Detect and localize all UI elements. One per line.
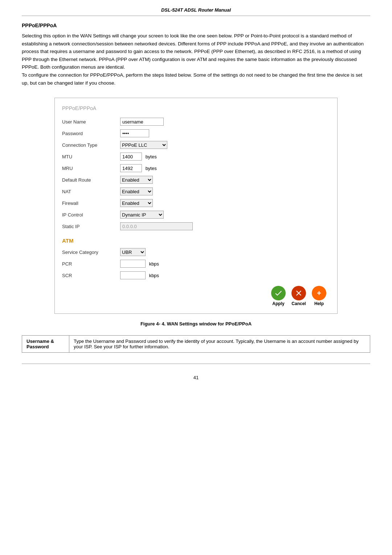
mru-unit: bytes <box>146 166 157 171</box>
apply-label: Apply <box>272 301 284 306</box>
username-row: User Name <box>62 118 326 126</box>
nat-row: NAT Enabled Disabled <box>62 187 326 195</box>
connection-type-control: PPPoE LLC PPPoE VC-Mux PPPoA LLC PPPoA V… <box>120 141 167 149</box>
page-number: 41 <box>22 375 370 380</box>
connection-type-row: Connection Type PPPoE LLC PPPoE VC-Mux P… <box>62 141 326 149</box>
scr-control: kbps <box>120 271 159 279</box>
scr-label: SCR <box>62 273 120 278</box>
firewall-select[interactable]: Enabled Disabled <box>120 199 153 207</box>
info-table-row: Username &Password Type the Username and… <box>22 336 370 353</box>
help-group: + Help <box>312 286 326 306</box>
ip-control-select[interactable]: Dynamic IP Static IP <box>120 211 164 219</box>
info-col2: Type the Username and Password used to v… <box>69 336 370 353</box>
mru-row: MRU bytes <box>62 164 326 172</box>
connection-type-select[interactable]: PPPoE LLC PPPoE VC-Mux PPPoA LLC PPPoA V… <box>120 141 167 149</box>
intro-text: Selecting this option in the WAN Setting… <box>22 32 370 87</box>
mru-input[interactable] <box>120 164 142 172</box>
atm-title: ATM <box>62 238 326 244</box>
mtu-control: bytes <box>120 153 157 161</box>
mtu-input[interactable] <box>120 153 142 161</box>
ip-control-row: IP Control Dynamic IP Static IP <box>62 211 326 219</box>
username-label: User Name <box>62 119 120 125</box>
nat-label: NAT <box>62 189 120 194</box>
default-route-select[interactable]: Enabled Disabled <box>120 176 153 184</box>
username-password-label: Username &Password <box>26 339 54 349</box>
firewall-control: Enabled Disabled <box>120 199 153 207</box>
info-table: Username &Password Type the Username and… <box>22 335 370 353</box>
help-button[interactable]: + <box>312 286 326 300</box>
default-route-label: Default Route <box>62 177 120 183</box>
cancel-label: Cancel <box>291 301 306 306</box>
pcr-control: kbps <box>120 260 159 268</box>
password-label: Password <box>62 131 120 136</box>
password-control <box>120 129 149 137</box>
scr-input[interactable] <box>120 271 146 279</box>
info-col1: Username &Password <box>22 336 69 353</box>
form-title: PPPoE/PPPoA <box>62 105 326 111</box>
help-label: Help <box>314 301 324 306</box>
password-input[interactable] <box>120 129 149 137</box>
pcr-unit: kbps <box>149 261 159 267</box>
header-title: DSL-524T ADSL Router Manual <box>161 7 231 13</box>
ip-control-control: Dynamic IP Static IP <box>120 211 164 219</box>
scr-unit: kbps <box>149 273 159 278</box>
service-category-row: Service Category UBR CBR VBR-rt VBR-nrt <box>62 248 326 256</box>
service-category-label: Service Category <box>62 250 120 255</box>
mru-label: MRU <box>62 166 120 171</box>
pcr-input[interactable] <box>120 260 146 268</box>
scr-row: SCR kbps <box>62 271 326 279</box>
nat-select[interactable]: Enabled Disabled <box>120 187 153 195</box>
cancel-group: Cancel <box>291 286 306 306</box>
connection-type-label: Connection Type <box>62 142 120 148</box>
default-route-row: Default Route Enabled Disabled <box>62 176 326 184</box>
mtu-unit: bytes <box>146 154 157 159</box>
service-category-select[interactable]: UBR CBR VBR-rt VBR-nrt <box>120 248 146 256</box>
default-route-control: Enabled Disabled <box>120 176 153 184</box>
mru-control: bytes <box>120 164 157 172</box>
nat-control: Enabled Disabled <box>120 187 153 195</box>
intro-para2: To configure the connection for PPPoE/PP… <box>22 72 362 86</box>
pppoe-form-container: PPPoE/PPPoA User Name Password Connectio… <box>54 98 338 314</box>
password-row: Password <box>62 129 326 137</box>
bottom-divider <box>22 364 370 364</box>
username-input[interactable] <box>120 118 164 126</box>
username-control <box>120 118 164 126</box>
cancel-button[interactable] <box>291 286 306 300</box>
static-ip-control <box>120 222 193 230</box>
intro-para1: Selecting this option in the WAN Setting… <box>22 33 364 70</box>
section-title: PPPoE/PPPoA <box>22 23 370 28</box>
static-ip-input[interactable] <box>120 222 193 230</box>
apply-group: Apply <box>271 286 286 306</box>
buttons-row: Apply Cancel + Help <box>62 286 326 306</box>
ip-control-label: IP Control <box>62 212 120 218</box>
apply-button[interactable] <box>271 286 286 300</box>
pcr-label: PCR <box>62 261 120 267</box>
apply-icon <box>274 289 283 297</box>
page-header: DSL-524T ADSL Router Manual <box>22 7 370 16</box>
mtu-label: MTU <box>62 154 120 159</box>
firewall-label: Firewall <box>62 200 120 206</box>
pcr-row: PCR kbps <box>62 260 326 268</box>
service-category-control: UBR CBR VBR-rt VBR-nrt <box>120 248 146 256</box>
static-ip-row: Static IP <box>62 222 326 230</box>
help-icon: + <box>317 289 321 297</box>
figure-caption: Figure 4- 4. WAN Settings window for PPo… <box>22 321 370 327</box>
firewall-row: Firewall Enabled Disabled <box>62 199 326 207</box>
cancel-icon <box>294 289 303 297</box>
mtu-row: MTU bytes <box>62 153 326 161</box>
static-ip-label: Static IP <box>62 224 120 229</box>
